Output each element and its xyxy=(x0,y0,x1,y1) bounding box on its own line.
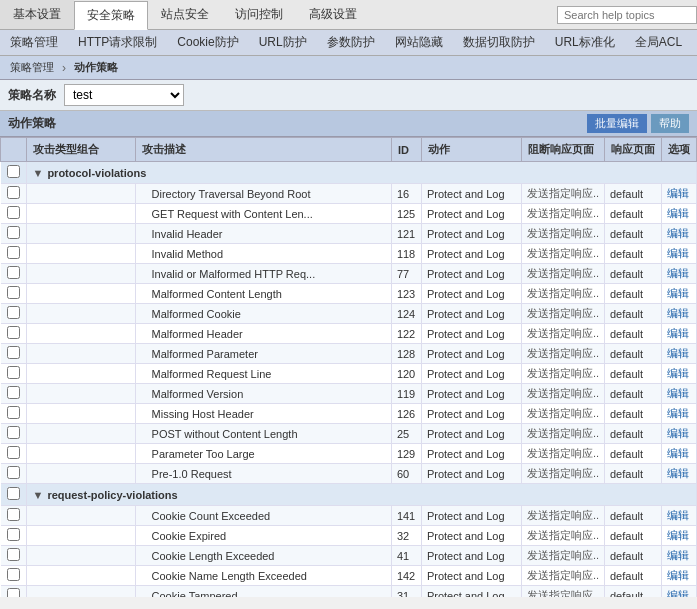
edit-link[interactable]: 编辑 xyxy=(667,187,689,199)
second-nav-data-protect[interactable]: 数据切取防护 xyxy=(453,30,545,55)
block-resp-cell: 发送指定响应.. xyxy=(521,284,604,304)
edit-link[interactable]: 编辑 xyxy=(667,327,689,339)
row-checkbox[interactable] xyxy=(7,508,20,521)
edit-link[interactable]: 编辑 xyxy=(667,227,689,239)
second-nav-url-protect[interactable]: URL防护 xyxy=(249,30,317,55)
help-button[interactable]: 帮助 xyxy=(651,114,689,133)
block-resp-cell: 发送指定响应.. xyxy=(521,566,604,586)
second-nav-url-norm[interactable]: URL标准化 xyxy=(545,30,625,55)
edit-link[interactable]: 编辑 xyxy=(667,367,689,379)
edit-link[interactable]: 编辑 xyxy=(667,267,689,279)
action-cell: Protect and Log xyxy=(421,424,521,444)
attack-type-cell xyxy=(26,204,135,224)
group-checkbox[interactable] xyxy=(7,487,20,500)
attack-type-cell xyxy=(26,546,135,566)
edit-link[interactable]: 编辑 xyxy=(667,407,689,419)
action-cell: Protect and Log xyxy=(421,184,521,204)
row-checkbox[interactable] xyxy=(7,446,20,459)
breadcrumb-action-strategy[interactable]: 动作策略 xyxy=(66,56,126,79)
edit-link[interactable]: 编辑 xyxy=(667,549,689,561)
attack-desc-cell: Cookie Count Exceeded xyxy=(135,506,391,526)
edit-link[interactable]: 编辑 xyxy=(667,247,689,259)
row-checkbox[interactable] xyxy=(7,588,20,597)
resp-cell: default xyxy=(605,546,662,566)
second-nav-param-protect[interactable]: 参数防护 xyxy=(317,30,385,55)
second-nav-site-hide[interactable]: 网站隐藏 xyxy=(385,30,453,55)
block-resp-cell: 发送指定响应.. xyxy=(521,444,604,464)
action-cell: Protect and Log xyxy=(421,324,521,344)
tab-access-control[interactable]: 访问控制 xyxy=(222,0,296,29)
tab-site-security[interactable]: 站点安全 xyxy=(148,0,222,29)
block-resp-cell: 发送指定响应.. xyxy=(521,424,604,444)
row-checkbox[interactable] xyxy=(7,246,20,259)
block-resp-cell: 发送指定响应.. xyxy=(521,464,604,484)
resp-cell: default xyxy=(605,586,662,598)
tab-basic-settings[interactable]: 基本设置 xyxy=(0,0,74,29)
second-nav-http-limit[interactable]: HTTP请求限制 xyxy=(68,30,167,55)
row-checkbox[interactable] xyxy=(7,186,20,199)
second-nav-policy-mgmt[interactable]: 策略管理 xyxy=(0,30,68,55)
edit-link[interactable]: 编辑 xyxy=(667,589,689,597)
row-checkbox[interactable] xyxy=(7,306,20,319)
edit-link[interactable]: 编辑 xyxy=(667,529,689,541)
edit-cell: 编辑 xyxy=(662,506,697,526)
group-checkbox[interactable] xyxy=(7,165,20,178)
attack-type-cell xyxy=(26,506,135,526)
row-checkbox[interactable] xyxy=(7,386,20,399)
attack-desc-cell: Cookie Expired xyxy=(135,526,391,546)
resp-cell: default xyxy=(605,264,662,284)
expand-icon[interactable]: ▼ xyxy=(33,167,44,179)
row-checkbox[interactable] xyxy=(7,366,20,379)
edit-link[interactable]: 编辑 xyxy=(667,447,689,459)
row-checkbox[interactable] xyxy=(7,226,20,239)
row-checkbox[interactable] xyxy=(7,346,20,359)
edit-link[interactable]: 编辑 xyxy=(667,207,689,219)
row-checkbox[interactable] xyxy=(7,286,20,299)
row-checkbox[interactable] xyxy=(7,326,20,339)
edit-link[interactable]: 编辑 xyxy=(667,569,689,581)
edit-cell: 编辑 xyxy=(662,264,697,284)
second-nav-cookie-protect[interactable]: Cookie防护 xyxy=(167,30,248,55)
expand-icon[interactable]: ▼ xyxy=(33,489,44,501)
attack-type-cell xyxy=(26,464,135,484)
edit-link[interactable]: 编辑 xyxy=(667,287,689,299)
block-resp-cell: 发送指定响应.. xyxy=(521,184,604,204)
breadcrumb-policy-mgmt[interactable]: 策略管理 xyxy=(2,56,62,79)
table-row: Cookie Count Exceeded 141 Protect and Lo… xyxy=(1,506,697,526)
row-checkbox[interactable] xyxy=(7,426,20,439)
tab-advanced-settings[interactable]: 高级设置 xyxy=(296,0,370,29)
row-checkbox[interactable] xyxy=(7,466,20,479)
second-nav-global-acl[interactable]: 全局ACL xyxy=(625,30,692,55)
strategy-name-select[interactable]: test xyxy=(64,84,184,106)
search-input[interactable] xyxy=(557,6,697,24)
row-checkbox[interactable] xyxy=(7,406,20,419)
edit-link[interactable]: 编辑 xyxy=(667,427,689,439)
action-cell: Protect and Log xyxy=(421,264,521,284)
table-row: Cookie Expired 32 Protect and Log 发送指定响应… xyxy=(1,526,697,546)
resp-cell: default xyxy=(605,404,662,424)
action-cell: Protect and Log xyxy=(421,304,521,324)
row-checkbox[interactable] xyxy=(7,528,20,541)
edit-cell: 编辑 xyxy=(662,184,697,204)
tab-security-policy[interactable]: 安全策略 xyxy=(74,1,148,30)
edit-cell: 编辑 xyxy=(662,404,697,424)
row-checkbox[interactable] xyxy=(7,266,20,279)
row-checkbox[interactable] xyxy=(7,206,20,219)
table-row: Pre-1.0 Request 60 Protect and Log 发送指定响… xyxy=(1,464,697,484)
group-row: ▼protocol-violations xyxy=(1,162,697,184)
row-checkbox[interactable] xyxy=(7,568,20,581)
attack-desc-cell: Invalid Header xyxy=(135,224,391,244)
action-cell: Protect and Log xyxy=(421,384,521,404)
row-checkbox[interactable] xyxy=(7,548,20,561)
edit-link[interactable]: 编辑 xyxy=(667,307,689,319)
th-checkbox xyxy=(1,138,27,162)
action-cell: Protect and Log xyxy=(421,586,521,598)
edit-link[interactable]: 编辑 xyxy=(667,347,689,359)
group-name: protocol-violations xyxy=(47,167,146,179)
edit-link[interactable]: 编辑 xyxy=(667,467,689,479)
batch-edit-button[interactable]: 批量编辑 xyxy=(587,114,647,133)
action-cell: Protect and Log xyxy=(421,404,521,424)
action-cell: Protect and Log xyxy=(421,204,521,224)
edit-link[interactable]: 编辑 xyxy=(667,509,689,521)
edit-link[interactable]: 编辑 xyxy=(667,387,689,399)
